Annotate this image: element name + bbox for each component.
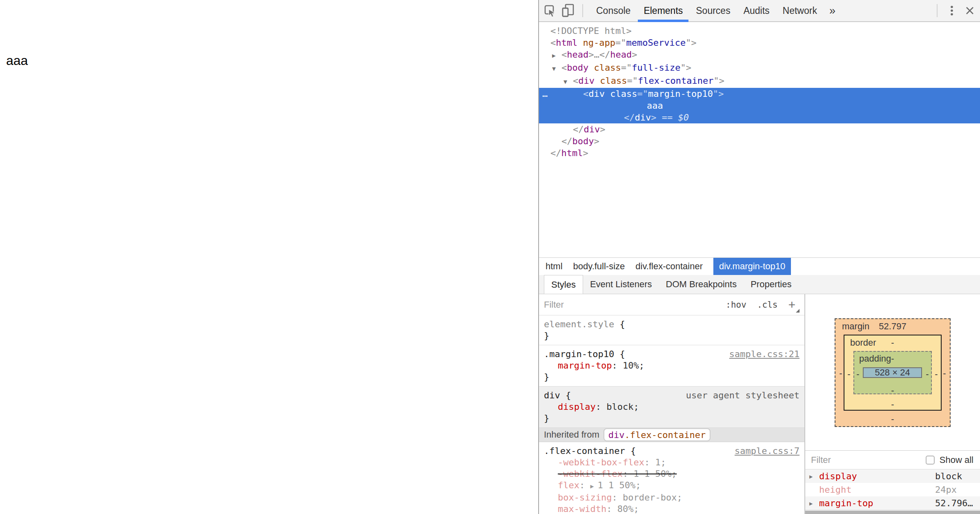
dom-tree-line[interactable]: …<div class="margin-top10"> bbox=[539, 88, 980, 100]
style-rule-line[interactable]: display: block; bbox=[544, 401, 800, 413]
tag-name: html bbox=[561, 148, 583, 158]
content-size-value: 528 × 24 bbox=[875, 367, 910, 378]
styles-filter-bar: Filter :hov .cls + bbox=[539, 294, 804, 315]
toggle-class-button[interactable]: .cls bbox=[757, 300, 778, 310]
sidebar-tab-dom-breakpoints[interactable]: DOM Breakpoints bbox=[659, 275, 744, 294]
box-model-margin[interactable]: margin 52.797 - - - border - - - - pad bbox=[835, 318, 951, 427]
devtools-tab-audits[interactable]: Audits bbox=[737, 0, 776, 21]
box-model-content[interactable]: 528 × 24 bbox=[863, 367, 922, 378]
style-rule-line[interactable]: div {user agent stylesheet bbox=[544, 390, 800, 401]
toolbar-divider bbox=[582, 4, 583, 17]
disclosure-open-icon[interactable]: ▼ bbox=[564, 76, 573, 88]
sidebar-tab-properties[interactable]: Properties bbox=[744, 275, 798, 294]
computed-property-value: 24px bbox=[935, 485, 957, 495]
dom-tree-line[interactable]: <html ng-app="memoService"> bbox=[539, 37, 980, 49]
disclosure-open-icon[interactable]: ▼ bbox=[552, 63, 561, 75]
breadcrumb-item-html[interactable]: html bbox=[546, 258, 563, 275]
margin-top-value[interactable]: 52.797 bbox=[835, 321, 950, 332]
style-rule-line[interactable]: flex: ▶ 1 1 50%; bbox=[544, 480, 800, 492]
dom-tree-line[interactable]: ▶<head>…</head> bbox=[539, 49, 980, 62]
padding-right-value[interactable]: - bbox=[924, 369, 931, 380]
inspect-element-icon[interactable] bbox=[543, 4, 557, 18]
devtools-tab-strip: ConsoleElementsSourcesAuditsNetwork bbox=[590, 0, 824, 21]
disclosure-closed-icon[interactable]: ▶ bbox=[552, 50, 561, 62]
computed-filter-input[interactable]: Filter bbox=[811, 455, 831, 465]
style-rule-line[interactable]: box-sizing: border-box; bbox=[544, 492, 800, 503]
toggle-pseudo-state-button[interactable]: :hov bbox=[726, 300, 746, 310]
dom-tree-line[interactable]: ▼<div class="flex-container"> bbox=[539, 75, 980, 88]
dom-tree-line[interactable]: <!DOCTYPE html> bbox=[539, 25, 980, 37]
sidebar-tab-styles[interactable]: Styles bbox=[544, 275, 583, 294]
tag-name: div bbox=[578, 76, 595, 86]
more-tabs-button[interactable]: » bbox=[824, 4, 841, 17]
border-right-value[interactable]: - bbox=[933, 369, 940, 380]
style-rule: .flex-container {sample.css:7-webkit-box… bbox=[539, 442, 804, 514]
attribute-name: class bbox=[610, 89, 637, 99]
devtools-tab-console[interactable]: Console bbox=[590, 0, 637, 21]
padding-top-value[interactable]: - bbox=[854, 353, 931, 364]
device-toolbar-icon[interactable] bbox=[561, 3, 576, 18]
styles-filter-input[interactable]: Filter bbox=[544, 299, 564, 310]
box-model-border[interactable]: border - - - - padding - - - - bbox=[844, 335, 942, 411]
stylesheet-link[interactable]: sample.css:7 bbox=[735, 445, 800, 457]
devtools-tab-network[interactable]: Network bbox=[776, 0, 824, 21]
dom-tree-line[interactable]: aaa bbox=[539, 100, 980, 112]
dom-tree-line[interactable]: </html> bbox=[539, 147, 980, 159]
dom-tree-line[interactable]: </body> bbox=[539, 135, 980, 147]
style-rule-line[interactable]: margin-top: 10%; bbox=[544, 360, 800, 371]
border-top-value[interactable]: - bbox=[844, 337, 941, 348]
style-rule-line[interactable]: element.style { bbox=[544, 319, 800, 330]
tag-name: div bbox=[584, 124, 600, 134]
computed-row-display[interactable]: ▶displayblock bbox=[805, 469, 980, 483]
margin-bottom-value[interactable]: - bbox=[835, 414, 950, 425]
breadcrumb-item-body-full-size[interactable]: body.full-size bbox=[573, 258, 625, 275]
border-bottom-value[interactable]: - bbox=[844, 399, 941, 410]
dom-tree-line[interactable]: ▼<body class="full-size"> bbox=[539, 62, 980, 75]
expand-arrow-icon[interactable]: ▶ bbox=[809, 473, 819, 480]
elements-lower-pane: Filter :hov .cls + element.style {}.marg… bbox=[539, 294, 980, 514]
computed-row-margin-top[interactable]: ▶margin-top52.796… bbox=[805, 496, 980, 510]
tag-name: head bbox=[567, 49, 588, 60]
attribute-name: class bbox=[600, 76, 627, 86]
style-rule-line[interactable]: .flex-container {sample.css:7 bbox=[544, 445, 800, 457]
dom-tree-line[interactable]: </div> bbox=[539, 123, 980, 135]
more-options-icon[interactable] bbox=[944, 4, 960, 18]
show-all-checkbox[interactable] bbox=[926, 456, 935, 465]
attribute-name: ng-app bbox=[583, 38, 615, 48]
breadcrumb-item-div-margin-top10[interactable]: div.margin-top10 bbox=[713, 258, 791, 275]
tag-name: div bbox=[635, 112, 651, 123]
style-rule-line[interactable]: -webkit-box-flex: 1; bbox=[544, 457, 800, 468]
dom-tree-line[interactable]: </div> == $0 bbox=[539, 112, 980, 123]
padding-bottom-value[interactable]: - bbox=[854, 385, 931, 396]
computed-row-height[interactable]: height24px bbox=[805, 483, 980, 496]
margin-right-value[interactable]: - bbox=[941, 368, 948, 379]
page-text: aaa bbox=[6, 53, 28, 68]
padding-left-value[interactable]: - bbox=[854, 369, 862, 380]
devtools-tab-sources[interactable]: Sources bbox=[689, 0, 737, 21]
sidebar-tab-event-listeners[interactable]: Event Listeners bbox=[583, 275, 659, 294]
style-rule-line[interactable]: } bbox=[544, 413, 800, 424]
tag-name: head bbox=[610, 49, 632, 60]
style-rule-line[interactable]: } bbox=[544, 330, 800, 342]
style-rule-line[interactable]: -webkit-flex: 1 1 50%; bbox=[544, 468, 800, 480]
breadcrumb-item-div-flex-container[interactable]: div.flex-container bbox=[635, 258, 703, 275]
devtools-tab-elements[interactable]: Elements bbox=[637, 0, 689, 21]
inherited-node-link[interactable]: div.flex-container bbox=[604, 428, 710, 441]
computed-property-name: margin-top bbox=[819, 498, 873, 508]
selection-gutter-dots: … bbox=[542, 88, 548, 100]
bottom-scrollbar[interactable] bbox=[805, 511, 980, 514]
stylesheet-link[interactable]: sample.css:21 bbox=[729, 349, 800, 360]
expand-arrow-icon[interactable]: ▶ bbox=[809, 500, 819, 507]
style-rule-list: element.style {}.margin-top10 {sample.cs… bbox=[539, 315, 804, 514]
style-rule-line[interactable]: .margin-top10 {sample.css:21 bbox=[544, 349, 800, 360]
border-left-value[interactable]: - bbox=[845, 369, 853, 380]
close-devtools-icon[interactable] bbox=[960, 6, 980, 15]
page-content: aaa bbox=[0, 0, 538, 514]
style-rule-line[interactable]: } bbox=[544, 371, 800, 383]
style-rule: element.style {} bbox=[539, 315, 804, 345]
computed-property-name: display bbox=[819, 471, 857, 481]
box-model-padding[interactable]: padding - - - - 528 × 24 bbox=[853, 351, 932, 394]
user-agent-stylesheet-label: user agent stylesheet bbox=[686, 390, 800, 401]
style-rule-line[interactable]: max-width: 80%; bbox=[544, 503, 800, 514]
new-style-rule-button[interactable]: + bbox=[788, 298, 800, 312]
